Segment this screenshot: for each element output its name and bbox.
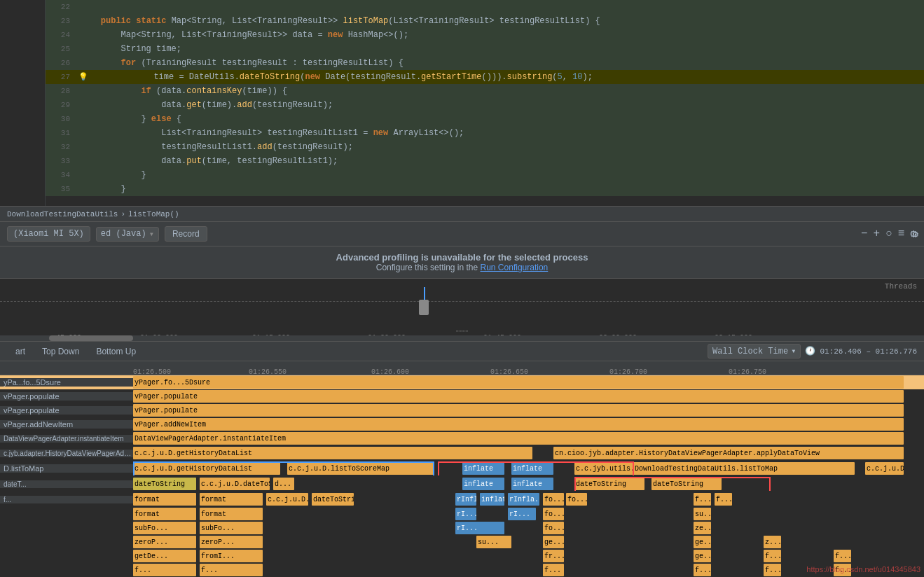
flame-row-label-4: vPager.addNewItem	[0, 420, 133, 429]
flame-row-label-3: vPager.populate	[0, 406, 133, 415]
flame-row-5: DataViewPagerAdapter.instantiateItem Dat…	[0, 431, 924, 445]
code-line-33: 33 data.put(time, testingResultList1);	[46, 154, 924, 168]
fb-subfo-2[interactable]: subFo...	[200, 522, 263, 534]
flame-block-ccjud[interactable]: c.c.j.u.D.dateToString	[200, 478, 270, 490]
flame-block-datetostring-r[interactable]: dateToString	[651, 478, 722, 490]
flame-row-6: c.jyb.adapter.HistoryDataViewPagerAdapte…	[0, 445, 924, 461]
flame-block-gethistory[interactable]: c.c.j.u.D.getHistoryDataList	[133, 462, 280, 475]
flame-block[interactable]: vPager.populate	[133, 390, 904, 403]
fb-f-9[interactable]: f...	[764, 564, 781, 576]
flame-block-listtoscore[interactable]: c.c.j.u.D.listToScoreMap	[287, 462, 434, 475]
fb-froml-1[interactable]: fromI...	[200, 550, 263, 562]
timeline-dashed-line	[0, 301, 924, 302]
fit-button[interactable]: ○	[885, 228, 892, 240]
timeline-cursor-handle[interactable]	[419, 300, 429, 315]
fb-getde-1[interactable]: getDe...	[133, 550, 196, 562]
zoom-in-button[interactable]: +	[874, 228, 881, 240]
code-line-34: 34 }	[46, 168, 924, 182]
timeline-scrollbar[interactable]	[0, 335, 924, 341]
flame-block-listtomap-2[interactable]: c.c.jyb.utils.DownloadTestingDataUtils.l…	[574, 462, 855, 475]
fb-f-1[interactable]: f...	[694, 493, 711, 506]
fb-inflate-5[interactable]: inflate	[480, 493, 504, 506]
fb-fo-3[interactable]: fo...	[543, 508, 564, 520]
tab-top-down[interactable]: Top Down	[34, 344, 88, 359]
code-scrollbar-h[interactable]	[0, 206, 924, 207]
fb-ge-1[interactable]: ge...	[543, 536, 564, 548]
record-button[interactable]: Record	[165, 226, 207, 242]
fb-ccjuds-1[interactable]: c.c.j.u.D.dateToString	[266, 493, 308, 506]
fb-datetostring-1[interactable]: dateToString	[312, 493, 354, 506]
flame-row-4: vPager.addNewItem vPager.addNewItem	[0, 417, 924, 431]
fb-rinflate-2[interactable]: rInfla...	[508, 493, 539, 506]
fb-su-1[interactable]: su...	[694, 508, 711, 520]
tab-bottom-up[interactable]: Bottom Up	[88, 344, 144, 359]
breadcrumb-method: listToMap()	[128, 210, 179, 218]
fb-fo-1[interactable]: fo...	[543, 493, 564, 506]
fb-zerop-1[interactable]: zeroP...	[133, 536, 196, 548]
fb-f-3[interactable]: f...	[764, 550, 781, 562]
fb-z-1[interactable]: z...	[764, 536, 781, 548]
flame-row-3: vPager.populate vPager.populate	[0, 403, 924, 417]
fb-format-4[interactable]: format	[200, 508, 263, 520]
watermark: https://blog.csdn.net/u014345843	[806, 565, 920, 573]
flame-block-gethistory-2[interactable]: c.c.j.u.D.getHistoryDataList	[865, 462, 904, 475]
run-configuration-link[interactable]: Run Configuration	[481, 263, 549, 272]
top-gear-icon[interactable]: ⚙	[913, 228, 918, 240]
flame-row-content-2: vPager.populate	[133, 389, 924, 403]
fb-format-1[interactable]: format	[133, 493, 196, 506]
code-line-28: 28 if (data.containsKey(time)) {	[46, 84, 924, 98]
fb-fr-1[interactable]: fr...	[543, 550, 564, 562]
flame-block-inflate-3[interactable]: inflate	[462, 478, 504, 490]
flame-row-14: f... f... f... f... f... f...	[0, 563, 924, 577]
flame-block-datetostring-l[interactable]: dateToString	[574, 478, 644, 490]
fb-rinflate-1[interactable]: rInfla...	[455, 493, 476, 506]
fb-f-5[interactable]: f...	[133, 564, 196, 576]
flame-block[interactable]: yPager.fo...5Dsure	[133, 376, 904, 389]
timeline-scrollbar-thumb[interactable]	[49, 335, 133, 341]
fb-zerop-2[interactable]: zeroP...	[200, 536, 263, 548]
zoom-out-button[interactable]: −	[861, 228, 868, 240]
fb-ge-3[interactable]: ge...	[694, 550, 711, 562]
flame-block-inflate-2[interactable]: inflate	[511, 462, 553, 475]
fb-ze-1[interactable]: ze...	[694, 522, 711, 534]
flame-block[interactable]: vPager.populate	[133, 404, 904, 417]
breadcrumb-separator: ›	[120, 210, 125, 218]
fb-format-3[interactable]: format	[133, 508, 196, 520]
code-scrollbar-thumb[interactable]	[91, 206, 722, 207]
profiling-sub-message: Configure this setting in the Run Config…	[6, 263, 918, 272]
fb-subfo-1[interactable]: subFo...	[133, 522, 196, 534]
fb-ri-2[interactable]: rI...	[508, 508, 536, 520]
fb-f-6[interactable]: f...	[200, 564, 263, 576]
fb-format-2[interactable]: format	[200, 493, 263, 506]
flame-block[interactable]: vPager.addNewItem	[133, 418, 904, 431]
flame-block-inflate-4[interactable]: inflate	[511, 478, 553, 490]
fb-f-7[interactable]: f...	[543, 564, 564, 576]
flame-row-content-11: subFo... subFo... rI... fo... ze...	[133, 521, 924, 535]
language-selector[interactable]: ed (Java) ▾	[96, 227, 159, 242]
flame-row-2: vPager.populate vPager.populate	[0, 389, 924, 403]
flame-block-datetostring-1[interactable]: dateToString	[133, 478, 196, 490]
fb-f-8[interactable]: f...	[694, 564, 711, 576]
timeline-selection	[413, 287, 448, 319]
code-line-30: 30 } else {	[46, 112, 924, 126]
tab-art[interactable]: art	[7, 344, 34, 359]
fb-ge-2[interactable]: ge...	[694, 536, 711, 548]
warning-icon: 💡	[77, 70, 90, 84]
fb-ri-3[interactable]: rI...	[455, 522, 504, 534]
flame-block-inflate-1[interactable]: inflate	[462, 462, 504, 475]
flame-block-d[interactable]: d...	[273, 478, 294, 490]
flame-row-label-5: DataViewPagerAdapter.instantiateItem	[0, 435, 133, 443]
wall-clock-dropdown[interactable]: Wall Clock Time ▾	[708, 344, 801, 359]
flame-rows-container: yPa...fo...5Dsure yPager.fo...5Dsure vPa…	[0, 375, 924, 577]
fb-fo-2[interactable]: fo...	[566, 493, 587, 506]
flame-block-hdvpa-1[interactable]: c.c.j.u.D.getHistoryDataList	[133, 447, 532, 459]
fb-fo-4[interactable]: fo...	[543, 522, 564, 534]
fb-ri-1[interactable]: rI...	[455, 508, 476, 520]
flame-row-label-8: dateT...	[0, 480, 133, 488]
fb-f-2[interactable]: f...	[715, 493, 732, 506]
fb-f-4[interactable]: f...	[834, 550, 851, 562]
flame-block[interactable]: DataViewPagerAdapter.instantiateItem	[133, 432, 904, 445]
settings-button[interactable]: ≡	[898, 228, 905, 240]
fb-su-2[interactable]: su...	[476, 536, 511, 548]
flame-block-hdvpa-2[interactable]: cn.cioo.jyb.adapter.HistoryDataViewPager…	[553, 447, 904, 459]
